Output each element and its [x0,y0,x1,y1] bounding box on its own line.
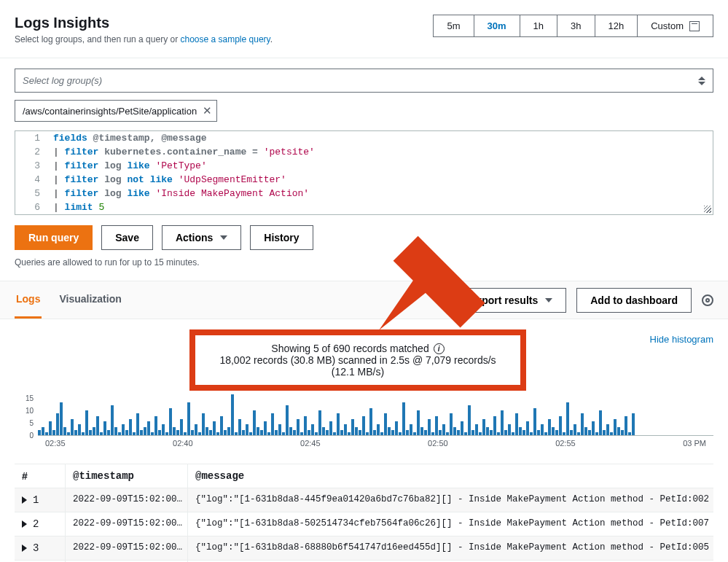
histogram-bar [428,419,431,435]
run-query-button[interactable]: Run query [15,225,93,250]
time-range-5m[interactable]: 5m [434,15,474,36]
histogram-bar [402,402,405,435]
histogram-bar [246,424,248,435]
sample-query-link[interactable]: choose a sample query [180,34,270,44]
line-number: 4 [15,173,47,187]
info-icon[interactable]: i [434,343,445,354]
tab-logs[interactable]: Logs [15,281,42,319]
code-line[interactable]: | filter log like 'Inside MakePayment Ac… [47,187,315,200]
histogram-bar [348,432,351,435]
histogram-bar [522,430,525,435]
export-results-button[interactable]: Export results [455,288,566,313]
expand-row-icon[interactable] [22,545,27,552]
histogram-bar [220,416,223,435]
histogram-bar [471,430,474,435]
line-number: 2 [15,145,47,159]
histogram-bar [96,416,99,435]
histogram-bar [271,413,274,435]
row-index: 2 [33,518,39,530]
history-button[interactable]: History [250,225,313,250]
histogram-bar [38,430,41,435]
histogram-bar [326,430,329,435]
histogram-bar [151,432,154,435]
histogram-bar [242,430,245,435]
histogram-bar [224,430,227,435]
histogram-bar [169,408,172,435]
time-range-custom[interactable]: Custom [638,15,713,36]
histogram-bar [162,424,165,435]
time-range-custom-label: Custom [651,20,684,31]
log-group-select[interactable]: Select log group(s) [15,69,713,93]
histogram-bar [286,405,289,435]
add-to-dashboard-button[interactable]: Add to dashboard [576,288,692,313]
histogram-bar [42,427,44,435]
histogram-bar [588,430,591,435]
histogram-bar [329,421,332,435]
histogram-bar [136,413,139,435]
histogram-bar [74,430,77,435]
histogram-bar [209,430,212,435]
time-range-1h[interactable]: 1h [520,15,557,36]
histogram-bar [603,430,606,435]
histogram-bar [206,427,208,435]
histogram-bar [366,432,369,435]
code-line[interactable]: | limit 5 [47,200,110,214]
table-row[interactable]: 32022-09-09T15:02:00…{"log":"[1-631b8da8… [15,536,713,561]
hide-histogram-link[interactable]: Hide histogram [650,334,713,345]
expand-row-icon[interactable] [22,520,27,528]
histogram-bar [257,427,259,435]
histogram-bar [122,424,125,435]
histogram-bar [184,432,187,435]
actions-button[interactable]: Actions [162,225,241,250]
tab-visualization[interactable]: Visualization [58,281,122,319]
histogram-bar [541,424,544,435]
save-button[interactable]: Save [101,225,153,250]
histogram-bar [606,424,609,435]
table-row[interactable]: 12022-09-09T15:02:00…{"log":"[1-631b8da8… [15,488,713,512]
histogram-bar [450,413,453,435]
table-row[interactable]: 22022-09-09T15:02:00…{"log":"[1-631b8da8… [15,512,713,536]
histogram-bar [282,432,285,435]
histogram-bar [431,432,434,435]
close-icon[interactable]: ✕ [203,104,212,117]
time-range-12h[interactable]: 12h [595,15,638,36]
histogram-bar [63,427,66,435]
histogram-bar [111,405,114,435]
time-range-3h[interactable]: 3h [557,15,595,36]
histogram-bar [180,419,183,435]
query-editor[interactable]: 1fields @timestamp, @message2| filter ku… [15,130,713,215]
resize-handle-icon[interactable] [704,206,711,213]
histogram-bar [67,432,70,435]
chevron-down-icon [545,298,552,303]
histogram-bar [439,430,442,435]
histogram-bar [592,421,595,435]
code-line[interactable]: fields @timestamp, @message [47,131,213,145]
histogram-bar [238,419,241,435]
calendar-icon [689,21,700,31]
query-stats-callout: Showing 5 of 690 records matched i 18,00… [189,329,526,391]
code-line[interactable]: | filter log like 'PetType' [47,159,213,173]
histogram-bar [187,402,190,435]
expand-row-icon[interactable] [22,496,27,504]
histogram-bar [158,430,161,435]
histogram-bar [519,427,522,435]
histogram-bar [278,424,281,435]
histogram-bar [173,427,176,435]
histogram-bar [391,430,394,435]
gear-icon[interactable] [702,294,713,306]
histogram-bar [359,430,361,435]
histogram-bar [103,421,106,435]
code-line[interactable]: | filter log not like 'UdpSegmentEmitter… [47,173,292,187]
time-range-30m[interactable]: 30m [474,15,520,36]
histogram-bar [52,430,55,435]
histogram-bar [198,432,201,435]
histogram-bar [413,432,416,435]
code-line[interactable]: | filter kubernetes.container_name = 'pe… [47,145,321,159]
histogram-bar [417,410,420,435]
results-table: # @timestamp @message 12022-09-09T15:02:… [15,464,713,562]
histogram-bar [125,430,128,435]
histogram-bar [176,430,179,435]
row-timestamp: 2022-09-09T15:02:00… [66,536,188,560]
histogram-bar [625,416,627,435]
histogram-bar [355,427,358,435]
